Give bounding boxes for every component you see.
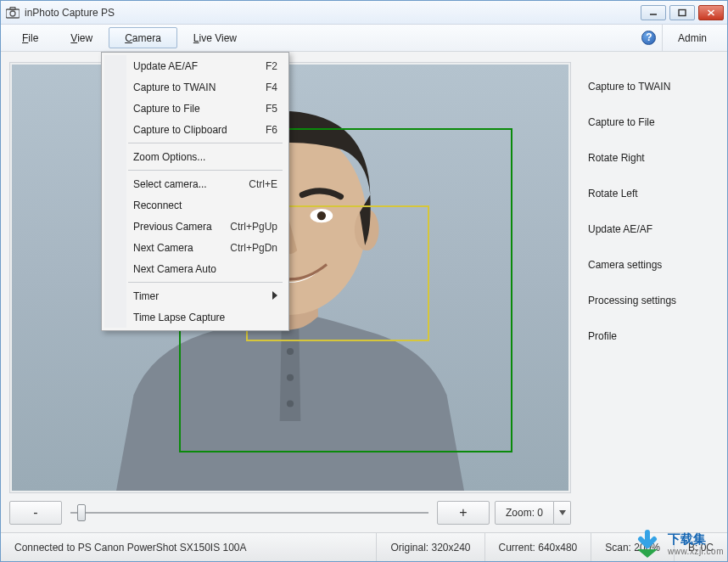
zoom-controls: - + Zoom: 0 <box>9 498 571 527</box>
svg-point-8 <box>287 374 294 381</box>
live-preview[interactable] <box>12 65 568 491</box>
menu-separator <box>128 143 283 143</box>
status-original: Original: 320x240 <box>377 533 484 561</box>
menu-item-label: Update AE/AF <box>133 60 198 72</box>
menu-item-shortcut: Ctrl+PgUp <box>230 221 277 233</box>
menu-item-label: Capture to Clipboard <box>133 124 227 136</box>
menu-item-shortcut: F4 <box>266 81 277 93</box>
menu-item-label: Zoom Options... <box>133 151 205 163</box>
statusbar: Connected to PS Canon PowerShot SX150IS … <box>1 532 727 561</box>
menu-item-capture-to-file[interactable]: Capture to FileF5 <box>104 98 286 119</box>
svg-point-2 <box>10 11 15 16</box>
camera-menu-list: Update AE/AFF2Capture to TWAINF4Capture … <box>104 55 286 328</box>
preview-image <box>12 65 568 491</box>
zoom-value: Zoom: 0 <box>495 501 554 525</box>
menu-item-shortcut: Ctrl+PgDn <box>230 242 277 254</box>
maximize-button[interactable] <box>669 5 695 20</box>
camera-menu-dropdown: Update AE/AFF2Capture to TWAINF4Capture … <box>101 52 289 331</box>
status-b: B: 0C <box>675 533 727 561</box>
menu-item-label: Timer <box>133 290 159 302</box>
menu-item-previous-camera[interactable]: Previous CameraCtrl+PgUp <box>104 216 286 237</box>
app-window: inPhoto Capture PS File View Camera Live… <box>0 0 728 562</box>
menu-item-label: Next Camera <box>133 242 193 254</box>
zoom-dropdown-button[interactable] <box>554 501 571 525</box>
menu-item-reconnect[interactable]: Reconnect <box>104 194 286 216</box>
menu-separator <box>128 170 283 171</box>
svg-rect-1 <box>10 7 15 9</box>
close-button[interactable] <box>698 5 724 20</box>
menu-item-select-camera[interactable]: Select camera...Ctrl+E <box>104 173 286 194</box>
menu-item-capture-to-twain[interactable]: Capture to TWAINF4 <box>104 76 286 98</box>
help-button[interactable]: ? <box>636 25 662 51</box>
menu-item-label: Next Camera Auto <box>133 263 216 275</box>
action-capture-to-file[interactable]: Capture to File <box>588 104 719 140</box>
menu-item-update-ae-af[interactable]: Update AE/AFF2 <box>104 55 286 76</box>
menu-item-label: Reconnect <box>133 200 182 211</box>
action-rotate-right[interactable]: Rotate Right <box>588 140 719 176</box>
zoom-slider-thumb[interactable] <box>77 504 86 521</box>
zoom-out-button[interactable]: - <box>9 501 62 525</box>
menubar: File View Camera Live View ? Admin <box>1 25 727 52</box>
menu-item-label: Capture to TWAIN <box>133 81 216 93</box>
titlebar: inPhoto Capture PS <box>1 1 727 25</box>
zoom-in-button[interactable]: + <box>437 501 490 525</box>
action-processing-settings[interactable]: Processing settings <box>588 283 719 318</box>
window-title: inPhoto Capture PS <box>25 7 641 19</box>
zoom-slider[interactable] <box>67 512 432 514</box>
menu-item-next-camera[interactable]: Next CameraCtrl+PgDn <box>104 237 286 258</box>
menu-item-label: Capture to File <box>133 103 200 115</box>
menu-liveview[interactable]: Live View <box>177 27 253 48</box>
svg-point-9 <box>287 400 294 407</box>
menu-item-shortcut: F6 <box>266 124 277 136</box>
window-controls <box>641 5 724 20</box>
menu-item-timer[interactable]: Timer <box>104 285 286 306</box>
camera-icon <box>6 7 20 19</box>
menu-file[interactable]: File <box>6 27 54 48</box>
menu-item-label: Time Lapse Capture <box>133 312 225 323</box>
menu-view[interactable]: View <box>54 27 109 48</box>
status-current: Current: 640x480 <box>485 533 592 561</box>
menu-item-shortcut: F5 <box>266 103 277 115</box>
menu-camera[interactable]: Camera <box>109 27 177 48</box>
menu-item-time-lapse-capture[interactable]: Time Lapse Capture <box>104 306 286 328</box>
menu-item-capture-to-clipboard[interactable]: Capture to ClipboardF6 <box>104 119 286 140</box>
menu-item-label: Previous Camera <box>133 221 212 233</box>
menu-item-shortcut: F2 <box>266 60 277 72</box>
svg-rect-4 <box>679 9 686 15</box>
help-icon: ? <box>641 31 656 45</box>
action-update-ae-af[interactable]: Update AE/AF <box>588 211 719 247</box>
svg-point-7 <box>287 348 294 355</box>
status-connection: Connected to PS Canon PowerShot SX150IS … <box>1 533 377 561</box>
menu-admin[interactable]: Admin <box>662 25 722 51</box>
action-profile[interactable]: Profile <box>588 318 719 354</box>
minimize-button[interactable] <box>641 5 666 20</box>
action-rotate-left[interactable]: Rotate Left <box>588 176 719 211</box>
action-camera-settings[interactable]: Camera settings <box>588 247 719 283</box>
menu-separator <box>128 282 283 283</box>
action-capture-to-twain[interactable]: Capture to TWAIN <box>588 69 719 104</box>
menu-item-shortcut: Ctrl+E <box>249 178 277 190</box>
menu-item-zoom-options[interactable]: Zoom Options... <box>104 146 286 167</box>
status-scan: Scan: 200% <box>591 533 675 561</box>
menu-item-next-camera-auto[interactable]: Next Camera Auto <box>104 258 286 279</box>
left-column: - + Zoom: 0 <box>9 62 571 527</box>
preview-frame <box>9 62 571 493</box>
menu-item-label: Select camera... <box>133 178 207 190</box>
svg-point-16 <box>317 211 326 220</box>
submenu-arrow-icon <box>272 290 277 302</box>
actions-panel: Capture to TWAINCapture to FileRotate Ri… <box>576 62 719 527</box>
